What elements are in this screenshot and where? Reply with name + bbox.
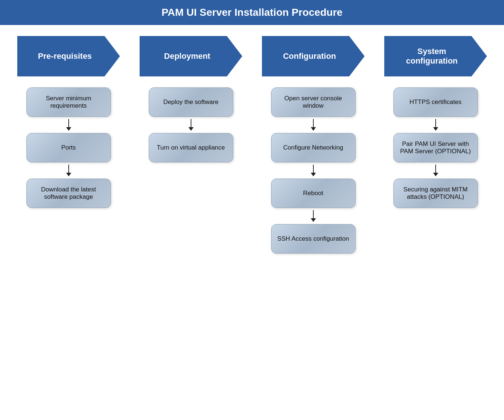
arrow-sysconfig: System configuration <box>384 36 487 76</box>
connector-line <box>68 165 69 173</box>
connector-arrowhead <box>311 127 316 131</box>
step-https-certs: HTTPS certificates <box>393 87 478 117</box>
arrow-config-label: Configuration <box>283 51 336 61</box>
connector-arrowhead <box>66 173 71 176</box>
arrow-deploy: Deployment <box>140 36 242 76</box>
arrow-deploy-label: Deployment <box>164 51 210 61</box>
column-config: Open server console window Configure Net… <box>262 87 365 254</box>
step-reboot-label: Reboot <box>303 190 323 197</box>
connector-line <box>313 165 314 173</box>
step-ssh-access-label: SSH Access configuration <box>277 235 349 243</box>
connector-line <box>313 119 314 127</box>
page-wrapper: PAM UI Server Installation Procedure Pre… <box>0 0 504 254</box>
connector-line <box>435 165 436 173</box>
step-securing-mitm: Securing against MITM attacks (OPTIONAL) <box>393 179 478 208</box>
arrow-config: Configuration <box>262 36 365 76</box>
connector-line <box>191 119 191 127</box>
page-title: PAM UI Server Installation Procedure <box>0 0 504 25</box>
step-server-min-req-label: Server minimum requirements <box>33 95 105 110</box>
step-download-label: Download the latest software package <box>33 186 105 201</box>
column-deploy: Deploy the software Turn on virtual appl… <box>140 87 242 162</box>
step-server-min-req: Server minimum requirements <box>26 87 111 117</box>
connector-arrowhead <box>433 127 438 131</box>
step-ports-label: Ports <box>61 144 76 151</box>
connector-2 <box>66 165 71 176</box>
step-configure-networking: Configure Networking <box>271 133 356 162</box>
step-download: Download the latest software package <box>26 179 111 208</box>
connector-arrowhead <box>66 127 71 131</box>
connector-5 <box>311 165 316 176</box>
connector-3 <box>188 119 194 131</box>
connector-arrowhead <box>433 173 438 176</box>
step-securing-mitm-label: Securing against MITM attacks (OPTIONAL) <box>400 186 472 201</box>
step-turn-on-appliance: Turn on virtual appliance <box>149 133 233 162</box>
arrows-row: Pre-requisites Deployment Configuration … <box>0 36 504 76</box>
connector-line <box>313 210 314 218</box>
connector-7 <box>433 119 438 131</box>
arrow-sysconfig-label: System configuration <box>392 47 472 66</box>
step-pair-pam-label: Pair PAM UI Server with PAM Server (OPTI… <box>400 140 472 155</box>
step-https-certs-label: HTTPS certificates <box>410 98 462 106</box>
step-pair-pam: Pair PAM UI Server with PAM Server (OPTI… <box>393 133 478 162</box>
step-deploy-software: Deploy the software <box>149 87 233 117</box>
arrow-prereq-label: Pre-requisites <box>38 51 92 61</box>
column-prereq: Server minimum requirements Ports Downlo… <box>17 87 120 208</box>
step-open-console: Open server console window <box>271 87 356 117</box>
step-turn-on-appliance-label: Turn on virtual appliance <box>157 144 225 151</box>
connector-6 <box>311 210 316 222</box>
step-open-console-label: Open server console window <box>277 95 349 110</box>
column-sysconfig: HTTPS certificates Pair PAM UI Server wi… <box>384 87 487 208</box>
step-ports: Ports <box>26 133 111 162</box>
arrow-prereq: Pre-requisites <box>17 36 120 76</box>
connector-4 <box>311 119 316 131</box>
columns-row: Server minimum requirements Ports Downlo… <box>0 87 504 254</box>
connector-1 <box>66 119 71 131</box>
step-reboot: Reboot <box>271 179 356 208</box>
connector-arrowhead <box>311 173 316 176</box>
connector-8 <box>433 165 438 176</box>
connector-line <box>435 119 436 127</box>
step-configure-networking-label: Configure Networking <box>283 144 343 151</box>
connector-arrowhead <box>311 218 316 222</box>
connector-arrowhead <box>188 127 194 131</box>
step-deploy-software-label: Deploy the software <box>163 98 218 106</box>
step-ssh-access: SSH Access configuration <box>271 224 356 254</box>
connector-line <box>68 119 69 127</box>
